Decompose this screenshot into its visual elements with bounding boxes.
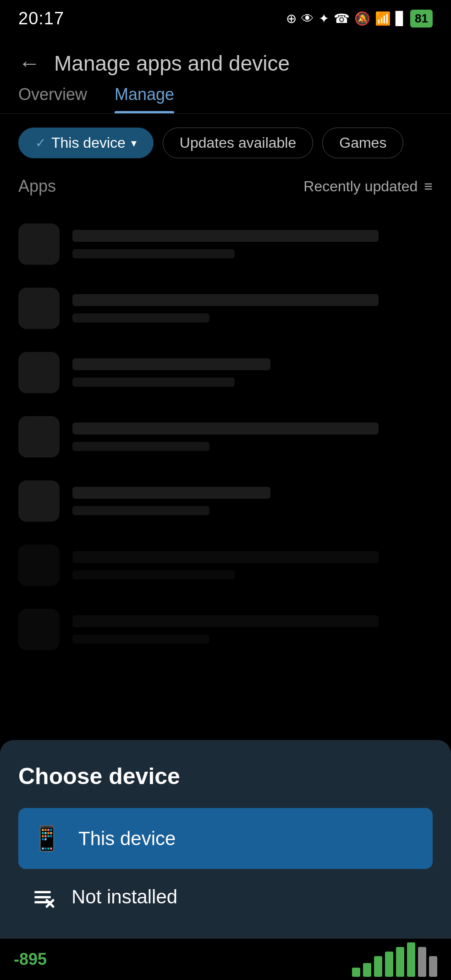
sort-button[interactable]: Recently updated ≡	[303, 178, 433, 195]
device-option-label: This device	[78, 828, 176, 850]
indicator-4	[385, 952, 393, 977]
app-sub-bar	[72, 442, 209, 451]
sort-icon: ≡	[424, 178, 433, 195]
app-text	[72, 294, 433, 323]
app-icon	[18, 223, 60, 265]
app-sub-bar	[72, 313, 209, 323]
app-icon	[18, 480, 60, 522]
chip-games[interactable]: Games	[322, 128, 403, 158]
status-time: 20:17	[18, 9, 64, 28]
not-installed-icon	[32, 885, 55, 908]
app-name-bar	[72, 423, 379, 434]
mute-icon: 🔕	[354, 11, 370, 26]
signal-icon: ▊	[396, 11, 406, 26]
phone-icon: ☎	[334, 11, 350, 26]
status-icons: ⊕ 👁 ✦ ☎ 🔕 📶 ▊ 81	[286, 10, 433, 28]
battery-indicators	[352, 942, 437, 977]
back-button[interactable]: ←	[18, 50, 40, 76]
page-title: Manage apps and device	[54, 51, 290, 76]
bottom-sheet-title: Choose device	[18, 763, 433, 790]
app-icon	[18, 352, 60, 393]
indicator-2	[363, 963, 371, 977]
eye-icon: 👁	[301, 11, 314, 26]
app-icon	[18, 416, 60, 457]
check-icon: ✓	[35, 135, 46, 150]
sort-label: Recently updated	[303, 178, 418, 195]
bottom-sheet: Choose device 📱 This device Not installe…	[0, 740, 451, 939]
indicator-8	[429, 956, 437, 977]
not-installed-label: Not installed	[72, 886, 177, 908]
wifi-icon: 📶	[375, 11, 391, 26]
list-item[interactable]	[18, 214, 433, 274]
bluetooth-icon: ✦	[319, 11, 329, 26]
app-sub-bar	[72, 249, 235, 258]
tabs-bar: Overview Manage	[0, 85, 451, 114]
svg-rect-1	[34, 896, 51, 898]
filter-chips: ✓ This device ▾ Updates available Games	[0, 114, 451, 172]
bottom-bar: -895	[0, 939, 451, 980]
device-option-not-installed[interactable]: Not installed	[18, 869, 433, 925]
tab-manage[interactable]: Manage	[115, 85, 174, 113]
app-name-bar	[72, 358, 270, 370]
indicator-3	[374, 956, 382, 977]
indicator-1	[352, 968, 360, 977]
app-sub-bar	[72, 506, 209, 515]
header: ← Manage apps and device	[0, 37, 451, 85]
app-icon	[18, 288, 60, 329]
chip-this-device[interactable]: ✓ This device ▾	[18, 128, 154, 158]
app-text	[72, 423, 433, 451]
dropdown-arrow-icon: ▾	[131, 137, 137, 150]
device-option-this-device[interactable]: 📱 This device	[18, 808, 433, 869]
debug-number: -895	[14, 950, 47, 969]
indicator-6	[407, 942, 415, 977]
app-name-bar	[72, 487, 270, 499]
list-item[interactable]	[18, 343, 433, 402]
apps-header: Apps Recently updated ≡	[18, 172, 433, 200]
svg-rect-0	[34, 891, 51, 893]
app-name-bar	[72, 294, 379, 306]
alarm-icon: ⊕	[286, 11, 297, 26]
list-item[interactable]	[18, 471, 433, 531]
indicator-7	[418, 947, 426, 977]
app-sub-bar	[72, 378, 235, 387]
chip-updates-available[interactable]: Updates available	[163, 128, 313, 158]
status-bar: 20:17 ⊕ 👁 ✦ ☎ 🔕 📶 ▊ 81	[0, 0, 451, 37]
app-text	[72, 487, 433, 515]
phone-device-icon: 📱	[32, 824, 62, 852]
apps-label: Apps	[18, 177, 56, 196]
tab-overview[interactable]: Overview	[18, 85, 87, 113]
app-text	[72, 358, 433, 387]
app-name-bar	[72, 230, 379, 242]
list-item[interactable]	[18, 278, 433, 338]
list-item[interactable]	[18, 407, 433, 467]
indicator-5	[396, 947, 404, 977]
app-text	[72, 230, 433, 258]
battery-icon: 81	[410, 10, 433, 28]
